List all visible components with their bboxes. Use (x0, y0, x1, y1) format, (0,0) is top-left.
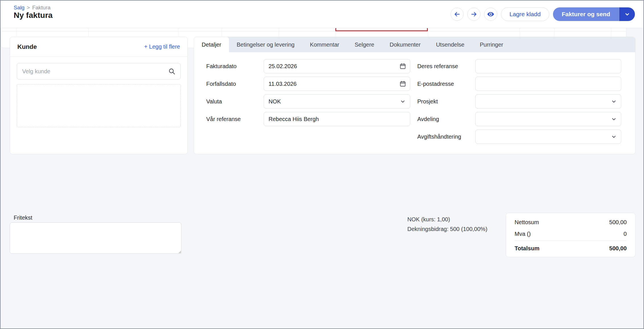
email-input[interactable] (475, 77, 621, 91)
breadcrumb-salg[interactable]: Salg (14, 5, 24, 11)
customer-search (17, 63, 181, 80)
invoice-and-send-label: Fakturer og send (562, 11, 610, 18)
customer-card-body (10, 57, 187, 134)
project-select[interactable] (475, 94, 621, 109)
our-reference-label: Vår referanse (206, 112, 241, 126)
tab-label: Utsendelse (436, 41, 465, 48)
department-select[interactable] (475, 112, 621, 126)
arrow-left-icon (453, 11, 461, 18)
search-icon (168, 68, 176, 75)
department-label: Avdeling (417, 112, 439, 126)
margin-line: Dekningsbidrag: 500 (100,00%) (407, 224, 487, 234)
add-more-customers-link[interactable]: + Legg til flere (144, 43, 180, 50)
department-select-input[interactable] (475, 112, 621, 126)
invoice-and-send-split-button: Fakturer og send (553, 7, 635, 21)
tab-kommentar[interactable]: Kommentar (302, 37, 347, 52)
tab-purringer[interactable]: Purringer (472, 37, 511, 52)
eye-icon (487, 10, 495, 18)
invoice-page: Salg > Faktura Ny faktura Lag (0, 0, 644, 329)
preview-button[interactable] (484, 8, 497, 21)
totals-card: Nettosum 500,00 Mva () 0 Totalsum 500,00 (506, 213, 635, 257)
tab-label: Kommentar (310, 41, 339, 48)
vat-value: 0 (624, 231, 627, 237)
totals-divider (515, 241, 627, 241)
chevron-down-icon (624, 11, 631, 18)
back-button[interactable] (451, 8, 464, 21)
net-sum-row: Nettosum 500,00 (515, 216, 627, 228)
details-card: Detaljer Betingelser og levering Komment… (194, 37, 635, 154)
invoice-date-field[interactable] (264, 59, 410, 73)
free-text-label: Fritekst (14, 215, 32, 221)
tab-label: Detaljer (202, 41, 221, 48)
project-select-input[interactable] (475, 94, 621, 109)
invoice-info-lines: NOK (kurs: 1,00) Dekningsbidrag: 500 (10… (407, 215, 487, 234)
tab-label: Dokumenter (390, 41, 421, 48)
tab-detaljer[interactable]: Detaljer (194, 37, 229, 52)
breadcrumb: Salg > Faktura (14, 5, 51, 11)
invoice-and-send-dropdown-button[interactable] (619, 7, 635, 21)
customer-card: Kunde + Legg til flere (10, 37, 188, 154)
top-bar: Salg > Faktura Ny faktura Lag (1, 1, 643, 28)
due-date-input[interactable] (264, 77, 410, 91)
arrow-right-icon (470, 11, 478, 18)
email-field[interactable] (475, 77, 621, 91)
customer-address-placeholder-box (17, 84, 181, 127)
vat-row: Mva () 0 (515, 228, 627, 240)
their-reference-label: Deres referanse (417, 59, 458, 73)
page-title: Ny faktura (14, 11, 53, 20)
due-date-field[interactable] (264, 77, 410, 91)
breadcrumb-faktura[interactable]: Faktura (32, 5, 50, 11)
tab-dokumenter[interactable]: Dokumenter (382, 37, 428, 52)
total-sum-row: Totalsum 500,00 (515, 242, 627, 255)
free-text-area[interactable] (10, 222, 181, 254)
our-reference-input[interactable] (264, 112, 410, 126)
tab-label: Purringer (480, 41, 503, 48)
customer-card-header: Kunde + Legg til flere (10, 37, 187, 57)
currency-label: Valuta (206, 94, 222, 109)
vat-handling-select[interactable] (475, 130, 621, 144)
net-sum-label: Nettosum (515, 219, 539, 226)
currency-rate-line: NOK (kurs: 1,00) (407, 215, 487, 224)
project-label: Prosjekt (417, 94, 438, 109)
save-draft-button[interactable]: Lagre kladd (501, 7, 549, 21)
forward-button[interactable] (467, 8, 480, 21)
vat-label: Mva () (515, 231, 531, 237)
tab-strip: Detaljer Betingelser og levering Komment… (194, 37, 635, 52)
net-sum-value: 500,00 (609, 219, 627, 226)
total-sum-label: Totalsum (515, 245, 539, 252)
tab-label: Betingelser og levering (237, 41, 294, 48)
tab-selgere[interactable]: Selgere (347, 37, 382, 52)
currency-select-input[interactable] (264, 94, 410, 109)
their-reference-input[interactable] (475, 59, 621, 73)
invoice-and-send-button[interactable]: Fakturer og send (553, 7, 619, 21)
breadcrumb-separator: > (27, 5, 30, 11)
tab-utsendelse[interactable]: Utsendelse (428, 37, 472, 52)
header-actions: Lagre kladd Fakturer og send (451, 7, 635, 21)
vat-handling-select-input[interactable] (475, 130, 621, 144)
email-label: E-postadresse (417, 77, 454, 91)
tab-label: Selgere (355, 41, 374, 48)
their-reference-field[interactable] (475, 59, 621, 73)
vat-handling-label: Avgiftshåndtering (417, 130, 461, 144)
tab-betingelser-og-levering[interactable]: Betingelser og levering (229, 37, 302, 52)
customer-search-input[interactable] (17, 63, 181, 80)
invoice-date-input[interactable] (264, 59, 410, 73)
invoice-date-label: Fakturadato (206, 59, 237, 73)
total-sum-value: 500,00 (609, 245, 627, 252)
currency-select[interactable] (264, 94, 410, 109)
save-draft-label: Lagre kladd (509, 11, 541, 18)
due-date-label: Forfallsdato (206, 77, 236, 91)
our-reference-field[interactable] (264, 112, 410, 126)
customer-title: Kunde (17, 43, 37, 51)
